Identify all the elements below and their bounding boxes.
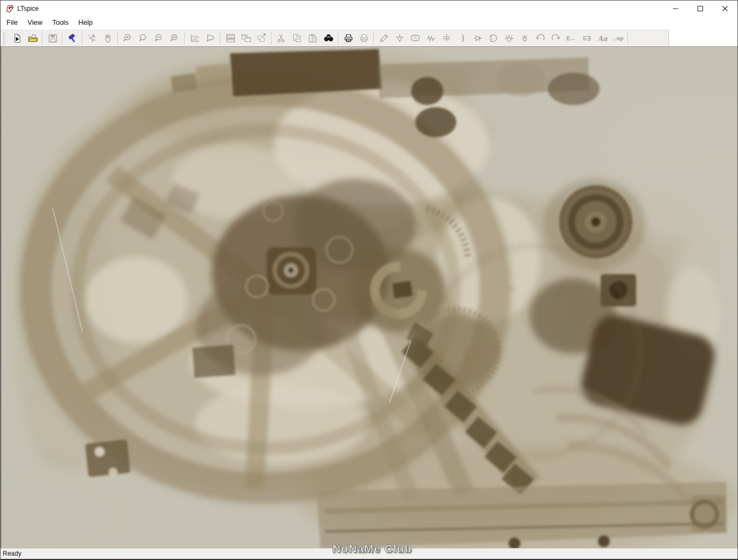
autorange-y-axis-icon bbox=[190, 33, 200, 43]
small-dark-plate bbox=[192, 345, 235, 377]
toolbar-button-plot-settings[interactable] bbox=[203, 31, 218, 45]
toolbar-button-halt[interactable] bbox=[100, 31, 116, 45]
menu-item-file[interactable]: File bbox=[2, 17, 23, 29]
run-icon bbox=[87, 33, 98, 43]
toolbar-button-open-file[interactable] bbox=[25, 31, 40, 45]
toolbar-separator bbox=[184, 32, 185, 45]
toolbar-button-label-net[interactable]: A bbox=[407, 31, 423, 45]
redo-icon bbox=[551, 33, 561, 43]
toolbar-button-zoom-back[interactable] bbox=[167, 31, 183, 45]
toolbar-button-control-panel[interactable] bbox=[65, 31, 80, 45]
toolbar-separator bbox=[271, 32, 272, 45]
toolbar-button-autorange-y-axis[interactable] bbox=[187, 31, 203, 45]
label-net-icon: A bbox=[410, 33, 421, 43]
toolbar-button-tile-vertically[interactable] bbox=[238, 31, 254, 45]
toolbar-gripper[interactable] bbox=[3, 32, 6, 44]
status-text: Ready bbox=[3, 550, 22, 557]
toolbar-button-component[interactable] bbox=[485, 31, 501, 45]
toolbar-empty-area bbox=[669, 30, 737, 46]
toolbar-button-undo[interactable] bbox=[532, 31, 548, 45]
capacitor-icon bbox=[441, 33, 452, 43]
halt-icon bbox=[103, 33, 114, 43]
cut-icon bbox=[276, 33, 287, 43]
toolbar-button-zoom-full-extents[interactable] bbox=[136, 31, 151, 45]
toolbar-button-cut[interactable] bbox=[274, 31, 289, 45]
corner-plate bbox=[85, 439, 130, 477]
toolbar-separator bbox=[117, 32, 119, 45]
window-title: LTspice bbox=[17, 5, 39, 12]
menu-item-tools[interactable]: Tools bbox=[47, 17, 73, 29]
inductor-icon bbox=[457, 33, 468, 43]
toolbar-button-copy[interactable] bbox=[289, 31, 305, 45]
toolbar-button-redo[interactable] bbox=[548, 31, 563, 45]
zoom-back-icon bbox=[170, 33, 180, 43]
toolbar-button-print[interactable] bbox=[340, 31, 356, 45]
toolbar-button-mirror[interactable]: E↔ bbox=[563, 31, 579, 45]
toolbar-button-cascade-windows[interactable] bbox=[254, 31, 269, 45]
toolbar-separator bbox=[82, 32, 83, 45]
toolbar-button-zoom-out[interactable] bbox=[151, 31, 167, 45]
window-controls bbox=[663, 1, 737, 17]
menu-item-view[interactable]: View bbox=[23, 17, 47, 29]
toolbar-separator bbox=[338, 32, 339, 45]
toolbar-button-capacitor[interactable] bbox=[438, 31, 454, 45]
resistor-icon bbox=[426, 33, 436, 43]
tile-horizontally-icon bbox=[225, 33, 236, 43]
toolbar-separator bbox=[62, 32, 63, 45]
toolbar-button-rotate[interactable]: E∃ bbox=[579, 31, 595, 45]
paste-icon bbox=[308, 33, 318, 43]
menu-item-help[interactable]: Help bbox=[73, 17, 98, 29]
toolbar-button-run[interactable] bbox=[85, 31, 100, 45]
spice-directive-icon: .op bbox=[613, 35, 624, 42]
toolbar-button-spice-directive[interactable]: .op bbox=[610, 31, 626, 45]
toolbar-button-text[interactable]: Aa bbox=[595, 31, 610, 45]
toolbar-button-find[interactable] bbox=[321, 31, 336, 45]
drag-icon bbox=[519, 33, 530, 43]
zoom-in-icon bbox=[123, 33, 134, 43]
cascade-windows-icon bbox=[256, 33, 267, 43]
zoom-full-extents-icon bbox=[138, 33, 149, 43]
schematic-canvas[interactable] bbox=[1, 46, 738, 548]
toolbar-separator bbox=[628, 32, 629, 45]
toolbar-separator bbox=[220, 32, 221, 45]
rotate-icon: E∃ bbox=[583, 35, 590, 42]
toolbar-button-wire[interactable] bbox=[376, 31, 392, 45]
undo-icon bbox=[535, 33, 546, 43]
crown-gear-knob bbox=[543, 179, 645, 270]
toolbar-button-paste[interactable] bbox=[305, 31, 321, 45]
copy-icon bbox=[292, 33, 303, 43]
toolbar-button-zoom-in[interactable] bbox=[120, 31, 136, 45]
ltspice-logo-icon bbox=[5, 4, 14, 13]
xray-image bbox=[2, 47, 737, 548]
toolbar-button-diode[interactable] bbox=[470, 31, 485, 45]
toolbar-button-print-preview[interactable] bbox=[356, 31, 372, 45]
toolbar-separator bbox=[42, 32, 43, 45]
toolbar-button-ground[interactable] bbox=[392, 31, 407, 45]
tile-vertically-icon bbox=[241, 33, 252, 43]
minimize-button[interactable] bbox=[663, 1, 688, 17]
mirror-icon: E↔ bbox=[566, 35, 576, 41]
toolbar-button-inductor[interactable] bbox=[454, 31, 470, 45]
wire-icon bbox=[379, 33, 389, 43]
toolbar: AE↔E∃Aa.op bbox=[1, 30, 669, 46]
toolbar-button-move[interactable] bbox=[501, 31, 517, 45]
print-preview-icon bbox=[359, 33, 370, 43]
menu-bar: FileViewToolsHelp bbox=[1, 17, 737, 30]
toolbar-button-save[interactable] bbox=[45, 31, 60, 45]
diode-icon bbox=[472, 33, 483, 43]
plot-settings-icon bbox=[205, 33, 216, 43]
ground-icon bbox=[394, 33, 405, 43]
find-icon bbox=[323, 33, 334, 43]
toolbar-button-drag[interactable] bbox=[517, 31, 532, 45]
title-bar[interactable]: LTspice bbox=[1, 1, 737, 17]
print-icon bbox=[343, 33, 354, 43]
control-panel-icon bbox=[67, 33, 78, 43]
toolbar-button-new-schematic[interactable] bbox=[9, 31, 25, 45]
save-icon bbox=[47, 33, 58, 43]
text-icon: Aa bbox=[597, 34, 608, 43]
toolbar-button-resistor[interactable] bbox=[423, 31, 438, 45]
toolbar-button-tile-horizontally[interactable] bbox=[222, 31, 238, 45]
maximize-button[interactable] bbox=[688, 1, 713, 17]
close-button[interactable] bbox=[713, 1, 737, 17]
toolbar-separator bbox=[373, 32, 374, 45]
